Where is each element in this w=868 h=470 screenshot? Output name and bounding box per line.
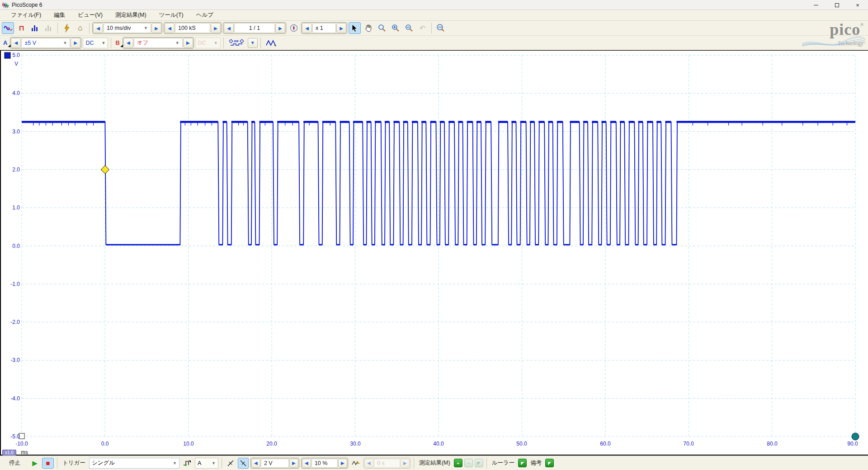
advanced-trigger-button[interactable] (181, 458, 193, 469)
scope-display[interactable]: 5.0 V 4.0 3.0 2.0 1.0 0.0 -1.0 -2.0 -3.0… (0, 50, 868, 456)
channel-a-range-select[interactable]: ±5 V ▼ (21, 38, 70, 48)
channel-b-label[interactable]: B ◢ (114, 38, 121, 47)
pretrigger-down-button[interactable]: ◀ (302, 459, 311, 468)
zoom-factor-field[interactable]: x 1 (312, 23, 336, 33)
channel-a-range-prev-button[interactable]: ◀ (11, 38, 21, 48)
pretrigger-up-button[interactable]: ▶ (338, 459, 347, 468)
restore-button[interactable] (826, 0, 847, 10)
zoom-factor-control: ◀ x 1 ▶ (301, 22, 347, 34)
spectrum-view-button[interactable] (29, 22, 41, 34)
trigger-level-field[interactable]: 2 V (261, 459, 289, 468)
remove-measurement-button: − (464, 459, 473, 467)
rising-edge-button[interactable] (225, 458, 236, 469)
menu-file[interactable]: ファイル(F) (5, 10, 47, 20)
delay-field: 0 s (374, 459, 400, 468)
zoom-out-icon (405, 24, 413, 32)
add-measurement-button[interactable]: + (454, 459, 462, 467)
x-axis-multiplier-badge[interactable]: x1.0 (2, 450, 16, 456)
digital-inputs-button[interactable]: FF (226, 37, 246, 49)
lightning-icon (64, 24, 70, 32)
samples-field[interactable]: 100 kS (175, 23, 210, 33)
plus-icon: + (457, 461, 459, 466)
trigger-mode-select[interactable]: シングル ▼ (89, 458, 179, 469)
trigger-level-control: ◀ 2 V ▶ (250, 458, 299, 469)
play-icon: ▶ (32, 459, 38, 467)
trigger-delay-button[interactable] (350, 458, 362, 469)
falling-edge-button[interactable] (238, 458, 249, 469)
channel-a-label[interactable]: A ◢ (2, 38, 9, 47)
home-button[interactable]: ⌂ (74, 22, 86, 34)
minimize-button[interactable] (806, 0, 826, 10)
x-tick-label: 50.0 (516, 441, 527, 447)
buffer-navigator: ◀ 1 / 1 ▶ (223, 22, 286, 34)
channel-b-range-prev-button[interactable]: ◀ (123, 38, 133, 48)
signal-generator-button[interactable] (264, 37, 279, 49)
auto-setup-button[interactable] (61, 22, 73, 34)
buffer-field[interactable]: 1 / 1 (234, 23, 275, 33)
y-tick-label: 0.0 (1, 243, 20, 249)
timebase-next-button[interactable]: ▶ (151, 23, 161, 33)
separator (414, 458, 414, 469)
zoom-out-button[interactable] (403, 22, 415, 34)
trigger-level-down-button[interactable]: ◀ (251, 459, 260, 468)
pretrigger-field[interactable]: 10 % (311, 459, 338, 468)
separator (222, 458, 222, 469)
channel-a-coupling-select[interactable]: DC ▼ (83, 38, 108, 48)
stop-icon: ■ (46, 459, 50, 467)
menu-view[interactable]: ビュー(V) (71, 10, 109, 20)
pointer-tool-button[interactable] (349, 22, 361, 34)
panel-arrow-icon: ◤ (477, 461, 481, 465)
digital-inputs-dropdown-button[interactable]: ▼ (248, 38, 258, 48)
trigger-source-select[interactable]: A ▼ (195, 458, 218, 469)
channel-b-range-select[interactable]: オフ ▼ (134, 38, 183, 48)
y-tick-label: 4.0 (1, 90, 20, 96)
close-button[interactable]: × (847, 0, 868, 10)
pico-technology-logo: pico® Technology (805, 23, 863, 49)
stop-button[interactable]: ■ (42, 458, 54, 469)
notes-panel-button[interactable]: ◤ (545, 459, 554, 467)
hand-tool-button[interactable] (362, 22, 374, 34)
channel-b-range-next-button[interactable]: ▶ (183, 38, 193, 48)
buffer-prev-button[interactable]: ◀ (224, 23, 234, 33)
buffer-overview-button[interactable] (288, 22, 300, 34)
menu-measurements[interactable]: 測定結果(M) (109, 10, 153, 20)
trigger-delay-control: ◀ 0 s ▶ (363, 458, 410, 469)
zoom-100-button[interactable]: 100 (434, 22, 447, 34)
samples-next-button[interactable]: ▶ (211, 23, 221, 33)
advanced-trigger-icon (183, 460, 191, 467)
run-stop-status: 停止 (3, 459, 28, 467)
channel-b-letter: B (115, 39, 119, 46)
chevron-down-icon: ▼ (140, 26, 148, 30)
buffer-next-button[interactable]: ▶ (275, 23, 285, 33)
y-tick-label: -5.0 (1, 433, 20, 440)
hand-icon (365, 24, 372, 32)
scope-view-button[interactable] (2, 22, 14, 34)
trigger-level-up-button[interactable]: ▶ (289, 459, 298, 468)
samples-prev-button[interactable]: ◀ (165, 23, 175, 33)
zoom-in-button[interactable] (389, 22, 401, 34)
menu-edit[interactable]: 編集 (47, 10, 71, 20)
app-icon (2, 2, 9, 8)
run-button[interactable]: ▶ (29, 458, 40, 469)
waveform-plot[interactable] (1, 51, 868, 455)
timebase-prev-button[interactable]: ◀ (93, 23, 103, 33)
channel-a-coupling-value: DC (85, 40, 94, 46)
logo-waves (802, 36, 865, 48)
marquee-zoom-button[interactable] (376, 22, 388, 34)
corner-arrow-icon: ◢ (120, 44, 123, 47)
rulers-panel-button[interactable]: ◤ (518, 459, 527, 467)
menu-tools[interactable]: ツール(T) (153, 10, 190, 20)
buffer-value: 1 / 1 (249, 25, 260, 31)
timebase-control: ◀ 10 ms/div ▼ ▶ (92, 22, 162, 34)
persistence-view-button[interactable]: ⊓ (15, 22, 28, 34)
undo-zoom-button: ↶ (416, 22, 429, 34)
zoom-in-step-button[interactable]: ▶ (336, 23, 346, 33)
chevron-down-icon: ▼ (169, 461, 177, 465)
menu-help[interactable]: ヘルプ (190, 10, 220, 20)
channel-b-range-value: オフ (137, 39, 149, 47)
timebase-select[interactable]: 10 ms/div ▼ (104, 23, 151, 33)
home-icon: ⌂ (78, 24, 82, 33)
channel-a-range-next-button[interactable]: ▶ (71, 38, 80, 48)
separator (89, 23, 90, 33)
zoom-out-step-button[interactable]: ◀ (302, 23, 312, 33)
